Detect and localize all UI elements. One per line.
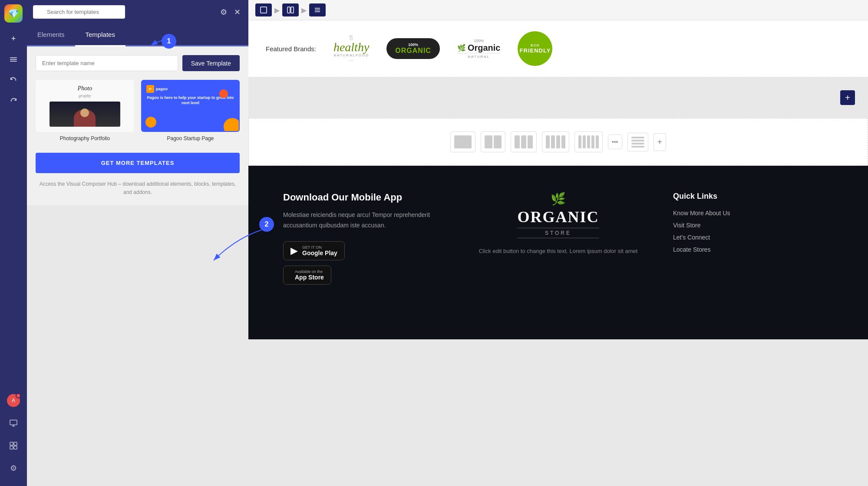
footer-link-locate[interactable]: Locate Stores bbox=[673, 246, 833, 253]
eco-logo: ECO FRIENDLY bbox=[518, 31, 552, 66]
template-card-pagoo[interactable]: P pagoo Pagoo is here to help your start… bbox=[141, 80, 240, 142]
layout-single-button[interactable] bbox=[255, 3, 272, 16]
search-input[interactable] bbox=[33, 5, 125, 19]
layout-two-col-button[interactable] bbox=[282, 3, 299, 16]
search-wrapper: 🔍 bbox=[33, 5, 215, 19]
app-store-text: Available on the App Store bbox=[295, 269, 324, 281]
footer-section: Download Our Mobile App Molestiae reicie… bbox=[248, 166, 868, 339]
screen-button[interactable] bbox=[4, 414, 23, 432]
svg-rect-0 bbox=[10, 57, 17, 58]
template-label-photography: Photography Portfolio bbox=[36, 135, 134, 142]
col-option-5[interactable] bbox=[574, 131, 603, 152]
col-option-4[interactable] bbox=[542, 131, 569, 152]
panel-content: Save Template Photography Photography Po… bbox=[27, 46, 248, 205]
svg-rect-1 bbox=[10, 59, 17, 60]
search-bar: 🔍 ⚙ ✕ bbox=[27, 0, 248, 24]
template-card-photography[interactable]: Photography Photography Portfolio bbox=[36, 80, 134, 142]
photo-brand-text: Photography bbox=[78, 85, 92, 99]
app-logo[interactable]: 💎 bbox=[4, 4, 23, 23]
panel-tabs: Elements Templates bbox=[27, 24, 248, 46]
grid-button[interactable] bbox=[4, 437, 23, 455]
pagoo-logo-name: pagoo bbox=[156, 87, 168, 91]
hub-description: Access the Visual Composer Hub – downloa… bbox=[36, 180, 240, 197]
col-option-lines[interactable] bbox=[627, 133, 648, 151]
close-icon[interactable]: ✕ bbox=[232, 6, 242, 19]
quick-links-title: Quick Links bbox=[673, 192, 833, 201]
google-play-icon: ▶ bbox=[290, 245, 298, 256]
svg-rect-8 bbox=[10, 446, 13, 449]
svg-rect-7 bbox=[14, 442, 17, 445]
leaf-icon-left: 🌿 bbox=[551, 192, 566, 206]
google-play-button[interactable]: ▶ GET IT ON Google Play bbox=[283, 241, 345, 260]
organic-store-logo: 🌿 ORGANIC STORE bbox=[517, 192, 599, 240]
save-template-button[interactable]: Save Template bbox=[182, 55, 240, 71]
badge-1: 1 bbox=[162, 34, 176, 49]
main-content: ▶ ▶ Featured Brands: 🍴 healthy bbox=[248, 0, 868, 486]
toolbar-sep-2: ▶ bbox=[301, 6, 307, 14]
footer-edit-text: Click edit button to change this text. L… bbox=[479, 247, 638, 256]
brands-label: Featured Brands: bbox=[266, 45, 316, 53]
tab-elements[interactable]: Elements bbox=[27, 24, 75, 45]
template-name-input[interactable] bbox=[36, 55, 178, 71]
footer-links-col: Quick Links Know More About Us Visit Sto… bbox=[673, 192, 833, 313]
organic-store-name: ORGANIC bbox=[517, 208, 599, 226]
photo-image bbox=[50, 102, 120, 127]
organic-oval: 100% ORGANIC bbox=[386, 38, 440, 59]
google-play-text: GET IT ON Google Play bbox=[302, 245, 337, 256]
col-option-2[interactable] bbox=[481, 131, 505, 152]
svg-rect-6 bbox=[10, 442, 13, 445]
template-label-pagoo: Pagoo Startup Page bbox=[141, 135, 240, 142]
templates-panel: 🔍 ⚙ ✕ Elements Templates Save Template bbox=[27, 0, 248, 486]
svg-rect-9 bbox=[14, 446, 17, 449]
brand-eco[interactable]: ECO FRIENDLY bbox=[518, 33, 552, 64]
pagoo-logo-box: P bbox=[146, 85, 154, 93]
col-option-1[interactable] bbox=[450, 131, 475, 152]
add-element-button[interactable]: + bbox=[4, 30, 23, 48]
location-button[interactable]: A bbox=[4, 391, 23, 410]
col-option-3[interactable] bbox=[511, 131, 537, 152]
toolbar-sep-1: ▶ bbox=[274, 6, 280, 14]
column-chooser: ••• + bbox=[248, 118, 868, 166]
svg-rect-12 bbox=[261, 7, 267, 13]
layout-list-button[interactable] bbox=[309, 3, 326, 16]
app-store-main: App Store bbox=[295, 274, 324, 281]
page-canvas: Featured Brands: 🍴 healthy NATURALFOOD ·… bbox=[248, 20, 868, 486]
gear-icon[interactable]: ⚙ bbox=[218, 6, 229, 19]
app-store-button[interactable]: Available on the App Store bbox=[283, 266, 331, 285]
tab-templates[interactable]: Templates bbox=[75, 24, 125, 46]
template-thumb-photography: Photography bbox=[36, 80, 134, 132]
organic-100-text: 100% bbox=[395, 43, 431, 47]
google-play-sub: GET IT ON bbox=[302, 245, 337, 250]
organic-store-sub: STORE bbox=[517, 228, 599, 238]
undo-button[interactable] bbox=[4, 71, 23, 89]
pagoo-circle bbox=[224, 118, 240, 132]
template-grid: Photography Photography Portfolio bbox=[36, 80, 240, 142]
footer-link-visit-store[interactable]: Visit Store bbox=[673, 222, 833, 229]
footer-app-desc: Molestiae reiciendis neque arcu! Tempor … bbox=[283, 210, 443, 231]
add-row-button[interactable]: + bbox=[840, 90, 855, 105]
svg-rect-3 bbox=[10, 420, 17, 425]
svg-rect-13 bbox=[287, 7, 290, 13]
col-option-dots[interactable]: ••• bbox=[608, 135, 622, 149]
settings-button[interactable]: ⚙ bbox=[4, 459, 23, 477]
footer-app-col: Download Our Mobile App Molestiae reicie… bbox=[283, 192, 443, 313]
top-toolbar: ▶ ▶ bbox=[248, 0, 868, 20]
footer-link-know-more[interactable]: Know More About Us bbox=[673, 210, 833, 217]
brand-natural[interactable]: 100% 🌿 Organic NATURAL bbox=[457, 33, 501, 64]
panel: 🔍 ⚙ ✕ Elements Templates Save Template bbox=[27, 0, 248, 205]
redo-button[interactable] bbox=[4, 92, 23, 110]
badge-2: 2 bbox=[259, 217, 274, 232]
svg-rect-2 bbox=[10, 61, 17, 62]
get-more-templates-button[interactable]: GET MORE TEMPLATES bbox=[36, 153, 240, 173]
app-store-sub: Available on the bbox=[295, 269, 324, 274]
pagoo-small-circle bbox=[219, 89, 228, 98]
svg-rect-14 bbox=[291, 7, 294, 13]
footer-logo-col: 🌿 ORGANIC STORE Click edit button to cha… bbox=[478, 192, 638, 313]
avatar: A bbox=[7, 394, 20, 407]
layers-button[interactable] bbox=[4, 50, 23, 69]
footer-link-connect[interactable]: Let's Connect bbox=[673, 234, 833, 241]
brand-healthy[interactable]: 🍴 healthy NATURALFOOD ··· bbox=[333, 33, 369, 64]
col-option-plus[interactable]: + bbox=[653, 133, 667, 151]
brand-organic[interactable]: 100% ORGANIC bbox=[386, 33, 440, 64]
organic-main-text: ORGANIC bbox=[395, 47, 431, 55]
